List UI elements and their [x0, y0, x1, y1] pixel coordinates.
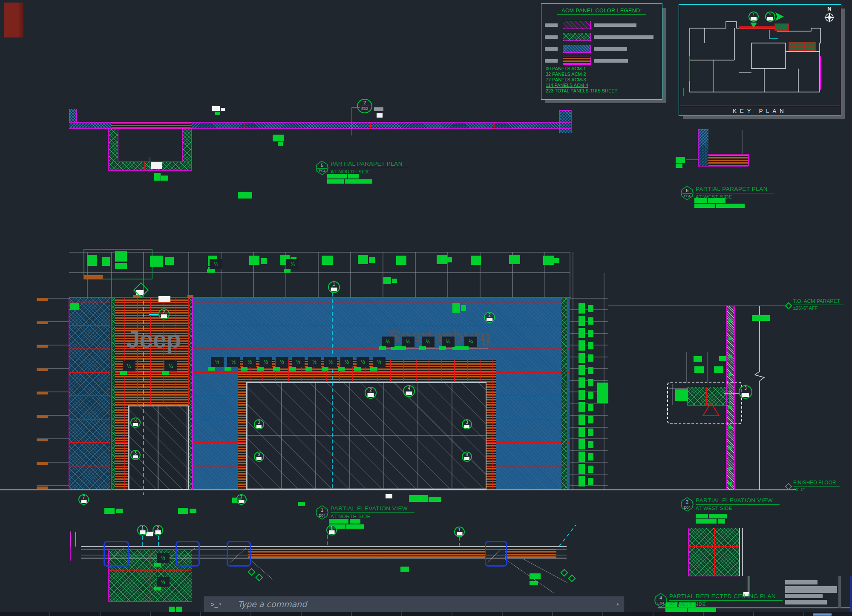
titleblock-redacted-bar — [785, 580, 817, 584]
white-redaction-box — [386, 494, 392, 498]
green-redaction-block — [716, 204, 745, 208]
dimension-fraction-marker: ¼ — [210, 259, 222, 269]
dimension-tick-bar — [37, 392, 48, 394]
dimension-tick-bar — [84, 275, 103, 279]
gray-redaction-bar — [374, 107, 383, 111]
dimension-tick-bar — [37, 462, 48, 465]
green-redaction-block — [579, 415, 585, 425]
green-redaction-block — [696, 519, 717, 524]
drawing-fragment-red — [4, 3, 23, 37]
green-redaction-block — [579, 353, 585, 363]
green-redaction-block — [543, 256, 554, 265]
green-redaction-block — [752, 315, 770, 321]
parapet-plan-band-orange — [112, 122, 191, 129]
view-number-bubble: 5 E04 — [316, 161, 328, 175]
green-redaction-block — [215, 112, 220, 115]
green-redaction-block — [665, 608, 687, 612]
green-redaction-block — [447, 257, 452, 262]
green-redaction-block — [154, 173, 161, 181]
green-redaction-block — [588, 342, 593, 349]
view-label-partial-parapet-west: 6 E04 PARTIAL PARAPET PLAN AT WEST SIDE — [681, 186, 774, 200]
keynote-bubble: 1 — [137, 525, 148, 535]
white-redaction-box — [136, 290, 144, 295]
green-redaction-block — [588, 453, 593, 461]
keynote-bubble: 1 — [454, 527, 465, 537]
green-redaction-block — [509, 255, 520, 264]
legend-swatch-acm4 — [563, 57, 591, 65]
white-redaction-box — [146, 532, 153, 536]
green-redaction-block — [273, 135, 284, 141]
cad-model-space[interactable]: Jeep Spartanburg ACM PANEL COLOR LEGEND: — [0, 0, 852, 616]
white-redaction-box — [221, 108, 225, 111]
dimension-tick-bar — [37, 486, 48, 489]
dimension-tick-bar — [37, 439, 48, 441]
green-redaction-block — [588, 416, 593, 423]
diamond-marker — [568, 574, 576, 582]
green-redaction-block — [208, 267, 215, 273]
green-redaction-block — [409, 495, 428, 502]
parapet-channel-bottom — [109, 162, 192, 170]
green-redaction-block — [588, 466, 593, 473]
green-redaction-block — [694, 204, 715, 208]
green-redaction-block — [579, 476, 585, 486]
view-label-partial-parapet-north: 5 E04 PARTIAL PARAPET PLAN AT NORTH SIDE — [316, 161, 409, 175]
green-redaction-block — [718, 519, 725, 524]
chevron-down-icon: ▾ — [219, 602, 222, 606]
keynote-bubble: 2 — [153, 525, 163, 535]
green-redaction-block — [238, 192, 252, 199]
view-number-bubble: 6 E04 — [681, 186, 694, 200]
command-bar[interactable]: >_ ▾ Type a command ▲ — [204, 596, 625, 612]
green-redaction-block — [588, 317, 593, 325]
green-redaction-block — [345, 179, 372, 184]
storefront-glazing — [246, 382, 486, 490]
green-redaction-block — [714, 366, 723, 373]
green-redaction-block — [694, 366, 704, 373]
titleblock-redacted-bar — [785, 586, 837, 593]
legend-swatch-acm2 — [563, 33, 591, 41]
green-redaction-block — [322, 256, 333, 265]
view-label-partial-elevation-west: 2 E04 PARTIAL ELEVATION VIEW AT WEST SID… — [681, 497, 780, 512]
green-redaction-block — [369, 257, 375, 263]
legend-panel-counts: 00 PANELS ACM-1 32 PANELS ACM-2 77 PANEL… — [546, 66, 618, 94]
west-rcp-detail-panel — [688, 528, 739, 576]
diamond-marker — [785, 483, 792, 490]
green-redaction-block — [115, 251, 127, 262]
green-redaction-block — [169, 607, 175, 612]
green-redaction-block — [291, 257, 296, 264]
green-redaction-block — [588, 391, 593, 399]
key-plan-drawing: 1 2 — [679, 5, 841, 107]
green-redaction-block — [676, 164, 682, 168]
west-parapet-strip — [698, 130, 708, 166]
key-plan-title: KEY PLAN — [679, 108, 841, 114]
green-redaction-block — [208, 256, 217, 266]
dimension-tick-bar — [37, 298, 48, 301]
titleblock-redacted-bar — [785, 600, 827, 604]
keynote-bubble: 1 — [328, 281, 340, 293]
command-prompt-dropdown[interactable]: >_ ▾ — [204, 596, 228, 612]
green-redaction-block — [400, 567, 409, 572]
green-redaction-block — [165, 257, 174, 265]
green-redaction-block — [102, 257, 110, 266]
green-redaction-block — [280, 255, 290, 265]
command-history-expand-icon[interactable]: ▲ — [616, 602, 620, 606]
diamond-marker — [133, 282, 149, 298]
view-label-partial-elevation-north: 1 E04 PARTIAL ELEVATION VIEW AT NORTH SI… — [316, 505, 414, 520]
green-redaction-block — [694, 356, 702, 362]
green-redaction-block — [588, 379, 593, 386]
green-redaction-block — [579, 377, 585, 388]
green-redaction-block — [392, 279, 397, 283]
green-redaction-block — [579, 328, 585, 338]
elevation-acm1-section — [69, 298, 110, 490]
rcp-bar-orange-right — [505, 547, 556, 558]
command-input[interactable]: Type a command — [228, 599, 624, 609]
legend-redacted-bar — [545, 35, 558, 39]
green-redaction-block — [278, 142, 283, 146]
green-redaction-block — [298, 502, 305, 506]
green-redaction-block — [588, 305, 593, 312]
view-number-bubble: 2 E04 — [681, 497, 694, 512]
green-redaction-block — [579, 402, 585, 412]
green-redaction-block — [150, 256, 163, 267]
diamond-marker — [560, 569, 568, 576]
green-redaction-block — [588, 330, 593, 337]
level-tag-floor: FINISHED FLOOR ±0'-0" — [793, 480, 840, 492]
